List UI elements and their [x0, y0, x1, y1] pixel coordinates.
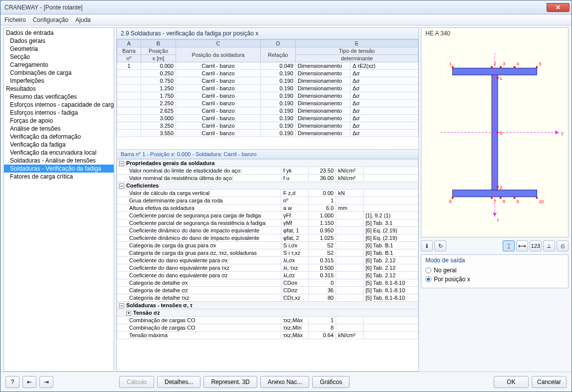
tree-item[interactable]: Combinações de carga — [4, 69, 114, 77]
footer: ? ⇤ ⇥ Cálculo Detalhes... Represent. 3D … — [0, 372, 572, 392]
table-row[interactable]: 2.625 Carril - banzo 0.190 Dimensionamen… — [117, 107, 418, 115]
svg-text:5: 5 — [539, 61, 541, 66]
tree-item[interactable]: Carregamento — [4, 61, 114, 69]
detail-row[interactable]: Valor nominal da resistência última do a… — [117, 175, 418, 182]
tree-item[interactable]: Fatores de carga crítica — [4, 173, 114, 181]
ok-button[interactable]: OK — [494, 376, 529, 388]
svg-point-23 — [497, 186, 499, 188]
tree-item[interactable]: Geometria — [4, 45, 114, 53]
view-section-icon[interactable]: ⌶ — [503, 240, 515, 251]
table-row[interactable]: 3.000 Carril - banzo 0.190 Dimensionamen… — [117, 115, 418, 122]
tree-item[interactable]: Esforços internos - fadiga — [4, 109, 114, 117]
detail-row[interactable]: Coeficiente dinâmico do dano de impacto … — [117, 234, 418, 242]
detail-row[interactable]: Combinação de cargas COτxz,Máx1 — [117, 317, 418, 324]
detail-row[interactable]: Coeficiente parcial de segurança da resi… — [117, 219, 418, 227]
details-button[interactable]: Detalhes... — [157, 376, 200, 388]
table-row[interactable]: 3.550 Carril - banzo 0.190 Dimensionamen… — [117, 130, 418, 137]
table-row[interactable]: 0.250 Carril - banzo 0.190 Dimensionamen… — [117, 70, 418, 77]
detail-row[interactable]: Coeficiente dinâmico do dano de impacto … — [117, 227, 418, 234]
hdr-tipo: Tipo de tensão — [296, 47, 418, 55]
svg-point-33 — [536, 197, 538, 199]
table-row[interactable]: 1.750 Carril - banzo 0.190 Dimensionamen… — [117, 92, 418, 100]
detail-row[interactable]: Valor de cálculo da carga verticalF z,d0… — [117, 190, 418, 197]
detail-row[interactable]: Altura efetiva da soldaduraa w6.0mm — [117, 204, 418, 212]
table-row[interactable]: 3.250 Carril - banzo 0.190 Dimensionamen… — [117, 122, 418, 130]
svg-marker-6 — [493, 212, 497, 216]
col-d[interactable]: D — [261, 40, 296, 47]
tree-item[interactable]: Verificação da fadiga — [4, 141, 114, 149]
tree-input-root[interactable]: Dados de entrada — [4, 29, 114, 37]
table-row[interactable]: 0.750 Carril - banzo 0.190 Dimensionamen… — [117, 77, 418, 85]
detail-row[interactable]: Coeficiente parcial de segurança para ca… — [117, 212, 418, 219]
output-mode-group: Modo de saída No geral Por posição x — [421, 254, 569, 288]
nav-tree[interactable]: Dados de entrada Dados geraisGeometriaSe… — [3, 27, 114, 372]
table-row[interactable]: 1.250 Carril - banzo 0.190 Dimensionamen… — [117, 85, 418, 92]
detail-row[interactable]: Categoria de carga da grua para σz, τxz,… — [117, 249, 418, 257]
results-grid[interactable]: A B C D E Barra Posição Posição da solda… — [117, 39, 418, 137]
tree-results-root[interactable]: Resultados — [4, 85, 114, 93]
menu-config[interactable]: Configuração — [33, 16, 68, 23]
tree-item[interactable]: Forças de apoio — [4, 117, 114, 125]
col-e[interactable]: E — [296, 40, 418, 47]
detail-row[interactable]: Coeficiente do dano equivalente para τxz… — [117, 264, 418, 272]
detail-row[interactable]: Categoria de detalhe σzCDσz36[5] Tab. 8.… — [117, 287, 418, 294]
col-a[interactable]: A — [117, 40, 141, 47]
col-b[interactable]: B — [141, 40, 176, 47]
tree-item[interactable]: Análise de tensões — [4, 125, 114, 133]
table-row[interactable]: 1 0.000 Carril - banzo 0.049 Dimensionam… — [117, 62, 418, 70]
view-axes-icon[interactable]: ⊥ — [543, 240, 555, 251]
detail-row[interactable]: Categoria de detalhe σxCDσx0[5] Tab. 8.1… — [117, 279, 418, 287]
radio-icon — [425, 267, 431, 273]
hdr-posx: Posição — [141, 47, 176, 55]
detail-row[interactable]: Tensão máximaτxz,Máx0.64kN/cm² — [117, 332, 418, 339]
detail-row[interactable]: Valor nominal do limite de elasticidade … — [117, 167, 418, 175]
svg-text:4: 4 — [517, 61, 519, 66]
svg-point-21 — [497, 132, 499, 134]
table-row[interactable]: 2.250 Carril - banzo 0.190 Dimensionamen… — [117, 100, 418, 107]
detail-row[interactable]: Coeficiente do dano equivalente para σxλ… — [117, 257, 418, 264]
detail-row[interactable]: Categoria de carga da grua para σxS i,σx… — [117, 242, 418, 249]
tree-item[interactable]: Verificação da deformação — [4, 133, 114, 141]
detail-row[interactable]: Combinação de cargas COτxz,Mín8 — [117, 324, 418, 332]
svg-text:10: 10 — [539, 199, 544, 204]
info-icon[interactable]: ℹ — [421, 240, 433, 251]
tree-item[interactable]: Soldaduras - Verificação da fadiga — [4, 165, 114, 173]
view-dims-icon[interactable]: ⟷ — [516, 240, 528, 251]
detail-row[interactable]: Coeficiente do dano equivalente para σzλ… — [117, 272, 418, 279]
tree-item[interactable]: Imperfeições — [4, 77, 114, 85]
tree-item[interactable]: Resumo das verificações — [4, 93, 114, 101]
tree-item[interactable]: Verificação da encurvadura local — [4, 149, 114, 157]
anexo-button[interactable]: Anexo Nac... — [260, 376, 310, 388]
svg-point-15 — [514, 66, 516, 68]
help-button[interactable]: ? — [5, 376, 19, 388]
calc-button[interactable]: Cálculo — [119, 376, 154, 388]
hdr-det: determinante — [296, 55, 418, 62]
detail-table[interactable]: −Propriedades gerais da soldadura Valor … — [117, 159, 418, 339]
tree-item[interactable]: Secção — [4, 53, 114, 61]
radio-general[interactable]: No geral — [425, 266, 564, 275]
tree-item[interactable]: Soldaduras - Análise de tensões — [4, 157, 114, 165]
menu-help[interactable]: Ajuda — [75, 16, 91, 23]
detail-row[interactable]: Categoria de detalhe τxzCDτ,xz80[5] Tab.… — [117, 294, 418, 302]
tree-item[interactable]: Dados gerais — [4, 37, 114, 45]
refresh-icon[interactable]: ↻ — [434, 240, 446, 251]
menubar: Ficheiro Configuração Ajuda — [0, 14, 572, 25]
col-c[interactable]: C — [176, 40, 261, 47]
tree-item[interactable]: Esforços internos - capacidade de carga — [4, 101, 114, 109]
print-icon[interactable]: ⎙ — [557, 240, 569, 251]
radio-byx[interactable]: Por posição x — [425, 275, 564, 284]
svg-text:z: z — [497, 217, 499, 222]
graficos-button[interactable]: Gráficos — [312, 376, 350, 388]
export-button[interactable]: ⇥ — [39, 376, 53, 388]
close-button[interactable]: ✕ — [547, 3, 570, 12]
svg-point-17 — [536, 66, 538, 68]
cancel-button[interactable]: Cancelar — [532, 376, 567, 388]
view-values-icon[interactable]: 123 — [530, 240, 542, 251]
main-content: 2.9 Soldaduras - verificação da fadiga p… — [116, 27, 419, 372]
represent-3d-button[interactable]: Represent. 3D — [203, 376, 257, 388]
section-preview[interactable]: HE A 340 y z 1 2 3 — [421, 27, 569, 237]
menu-file[interactable]: Ficheiro — [4, 16, 26, 23]
import-button[interactable]: ⇤ — [22, 376, 36, 388]
svg-text:y: y — [561, 130, 564, 136]
detail-row[interactable]: Grua determinante para carga da rodanº1 — [117, 197, 418, 204]
